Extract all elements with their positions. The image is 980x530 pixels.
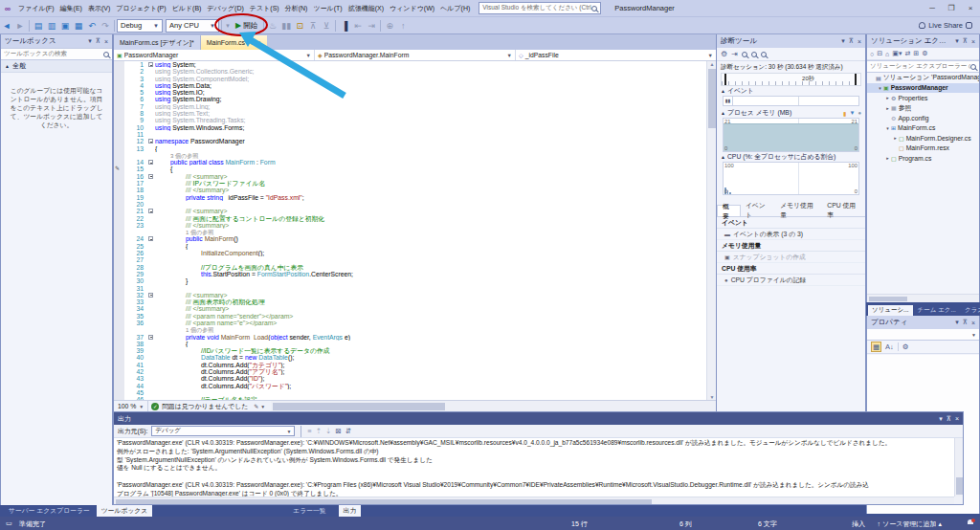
tree-expander-icon[interactable]: ▾: [884, 125, 891, 131]
status-item[interactable]: 6 文字: [758, 519, 777, 529]
scrollbar-thumb[interactable]: [116, 499, 652, 504]
go-to-previous-message-icon[interactable]: ⇡: [316, 427, 322, 435]
pin-icon[interactable]: ⊼: [96, 37, 100, 45]
solution-explorer-horizontal-scrollbar[interactable]: [867, 294, 979, 302]
tab-mainform-design[interactable]: MainForm.cs [デザイン]*: [114, 35, 201, 50]
menu-item[interactable]: ヘルプ(H): [437, 4, 473, 13]
tree-item-mainform-resx[interactable]: ▢MainForm.resx: [867, 144, 979, 154]
diagnostics-tab-CPU 使用率[interactable]: CPU 使用率: [822, 205, 865, 216]
diagnostics-tab-イベント[interactable]: イベント: [741, 205, 775, 216]
code-line[interactable]: 38{: [124, 341, 716, 347]
new-file-icon[interactable]: ▤: [32, 21, 45, 31]
selection-handle-right[interactable]: [855, 74, 857, 85]
notification-bell-icon[interactable]: [967, 519, 974, 527]
tree-item-properties[interactable]: ▸⚙Properties: [867, 93, 979, 103]
fold-box-icon[interactable]: [148, 62, 153, 67]
tree-item--passwordmanager-[interactable]: ▤ソリューション 'PasswordManager': [867, 73, 979, 83]
menu-item[interactable]: テスト(S): [247, 4, 282, 13]
bookmark-icon[interactable]: ▐: [338, 21, 351, 31]
tree-expander-icon[interactable]: ▾: [877, 85, 883, 91]
step-into-icon[interactable]: ⊼: [306, 21, 320, 31]
pencil-icon[interactable]: ✎: [254, 403, 258, 409]
diagnostics-tab-概要[interactable]: 概要: [717, 205, 741, 216]
events-section-header[interactable]: ▲ イベント: [717, 86, 865, 96]
find-message-icon[interactable]: ≡: [307, 427, 311, 435]
quick-search-input[interactable]: Visual Studio を検索してください (Ctrl...: [479, 2, 601, 14]
code-line[interactable]: 21/// <summary>: [124, 208, 716, 214]
add-to-source-control-button[interactable]: ↑ ソース管理に追加 ▴: [878, 519, 942, 529]
categorized-icon[interactable]: ▦: [871, 342, 881, 352]
close-icon[interactable]: ×: [971, 38, 975, 45]
pin-icon[interactable]: ⊼: [963, 37, 968, 45]
chevron-down-icon[interactable]: ▾: [955, 319, 959, 326]
clear-all-icon[interactable]: ⊠: [335, 427, 341, 435]
gear-icon[interactable]: ⚙: [721, 50, 727, 58]
status-item[interactable]: 挿入: [852, 519, 865, 529]
pin-icon[interactable]: ⊼: [947, 415, 951, 423]
menu-item[interactable]: デバッグ(D): [204, 4, 246, 13]
code-line[interactable]: 43dt.Columns.Add("ID");: [124, 375, 716, 382]
menu-item[interactable]: プロジェクト(P): [113, 4, 168, 13]
scrollbar-thumb[interactable]: [273, 403, 445, 410]
take-snapshot-link[interactable]: ▣ スナップショットの作成: [717, 252, 865, 263]
bottom-tab[interactable]: 出力: [339, 505, 362, 517]
chevron-down-icon[interactable]: ▾: [88, 37, 92, 45]
tree-expander-icon[interactable]: ▸: [884, 95, 891, 100]
editor-zoom-dropdown[interactable]: 100 % ▼: [114, 401, 148, 411]
cpu-section-header[interactable]: ▲ CPU (%: 全プロセッサに占める割合): [717, 152, 865, 162]
output-vertical-scrollbar[interactable]: [954, 438, 963, 497]
menu-item[interactable]: 表示(V): [85, 4, 113, 13]
scrollbar-thumb[interactable]: [708, 69, 716, 128]
code-line[interactable]: 44dt.Columns.Add("パスワード");: [124, 383, 716, 389]
navigate-back-icon[interactable]: ◄: [0, 21, 13, 31]
codelens-row[interactable]: 3 個の参照: [124, 152, 716, 159]
chevron-down-icon[interactable]: ▾: [841, 37, 845, 45]
solution-explorer-search-input[interactable]: ソリューション エクスプローラー の検索 (Ctrl+;): [867, 60, 979, 73]
code-line[interactable]: 23/// </summary>: [124, 222, 716, 229]
snapshot-key-icon[interactable]: ▮: [843, 110, 846, 117]
menu-item[interactable]: ファイル(F): [15, 4, 57, 13]
pending-changes-filter-icon[interactable]: ▣▾: [892, 50, 902, 57]
collapse-all-icon[interactable]: ⊟: [877, 50, 882, 57]
code-line[interactable]: 14public partial class MainForm : Form: [124, 159, 716, 166]
codelens-row[interactable]: 1 個の参照: [124, 229, 716, 235]
fold-box-icon[interactable]: [148, 160, 153, 165]
tree-expander-icon[interactable]: ▸: [884, 105, 891, 111]
bottom-tab[interactable]: ツールボックス: [97, 505, 153, 517]
fold-box-icon[interactable]: [148, 335, 153, 340]
right-dock-tab[interactable]: チーム エク...: [914, 305, 960, 316]
close-icon[interactable]: ×: [971, 320, 975, 326]
close-button[interactable]: ×: [961, 4, 980, 12]
properties-object-dropdown[interactable]: ▼: [867, 329, 979, 341]
code-line[interactable]: 17/// IPパスワードファイル名: [124, 180, 716, 187]
code-line[interactable]: 46//テーブル名を設定: [124, 396, 716, 400]
codelens-row[interactable]: 1 個の参照: [124, 326, 716, 333]
code-line[interactable]: 2using System.Collections.Generic;: [124, 68, 716, 75]
indent-increase-icon[interactable]: ⇥: [365, 21, 378, 31]
editor-horizontal-scrollbar[interactable]: [271, 401, 716, 411]
menu-item[interactable]: 分析(N): [282, 4, 311, 13]
code-line[interactable]: 9using System.Threading.Tasks;: [124, 117, 716, 123]
export-icon[interactable]: ⇥: [731, 50, 738, 58]
word-wrap-icon[interactable]: ⇵: [345, 427, 351, 435]
code-line[interactable]: ✎15{: [124, 166, 716, 172]
save-icon[interactable]: ▣: [58, 21, 72, 31]
output-horizontal-scrollbar[interactable]: [114, 497, 954, 504]
breakpoint-gutter[interactable]: [114, 61, 124, 400]
toolbox-section-general[interactable]: ▲ 全般: [1, 60, 112, 73]
debug-configuration-dropdown[interactable]: Debug ▼: [117, 19, 163, 33]
code-line[interactable]: 24public MainForm(): [124, 235, 716, 242]
code-line[interactable]: 42dt.Columns.Add("アプリ名");: [124, 368, 716, 375]
switch-views-icon[interactable]: ○: [870, 51, 874, 57]
events-track[interactable]: ▮▮: [723, 96, 859, 106]
code-line[interactable]: 41dt.Columns.Add("カテゴリ");: [124, 362, 716, 368]
chevron-down-icon[interactable]: ▾: [939, 415, 943, 423]
maximize-button[interactable]: ❐: [942, 4, 961, 12]
code-line[interactable]: 35/// <param name="sender"></param>: [124, 313, 716, 320]
code-line[interactable]: 25{: [124, 243, 716, 250]
code-line[interactable]: 31: [124, 285, 716, 292]
navbar-member-dropdown[interactable]: ◇ _idPassFile ▼: [516, 50, 716, 60]
code-line[interactable]: 7using System.Linq;: [124, 103, 716, 110]
code-line[interactable]: 10using System.Windows.Forms;: [124, 124, 716, 131]
redo-icon[interactable]: ↷: [99, 21, 112, 31]
